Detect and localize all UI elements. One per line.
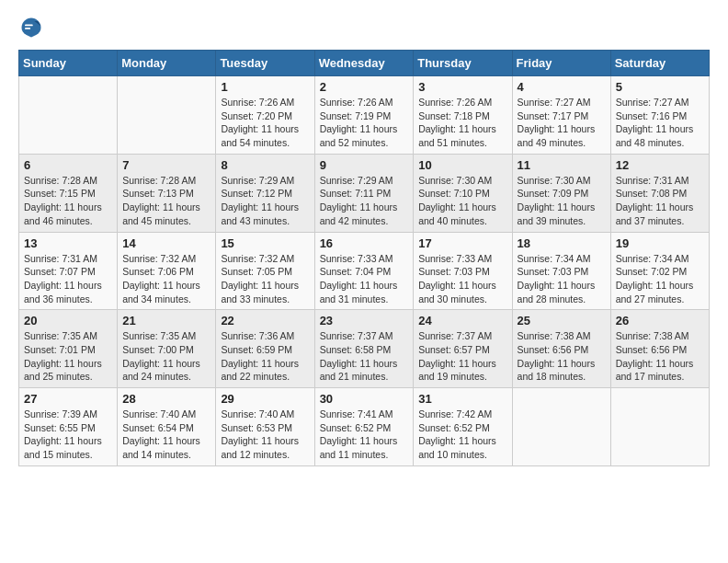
day-info: Sunrise: 7:42 AM Sunset: 6:52 PM Dayligh… — [418, 408, 506, 462]
calendar-cell: 11Sunrise: 7:30 AM Sunset: 7:09 PM Dayli… — [512, 154, 610, 232]
day-info: Sunrise: 7:31 AM Sunset: 7:07 PM Dayligh… — [24, 252, 112, 306]
day-info: Sunrise: 7:27 AM Sunset: 7:16 PM Dayligh… — [616, 96, 704, 150]
day-info: Sunrise: 7:28 AM Sunset: 7:15 PM Dayligh… — [24, 174, 112, 228]
calendar-cell: 29Sunrise: 7:40 AM Sunset: 6:53 PM Dayli… — [216, 388, 314, 466]
day-number: 10 — [418, 158, 506, 172]
calendar-cell: 9Sunrise: 7:29 AM Sunset: 7:11 PM Daylig… — [314, 154, 414, 232]
day-info: Sunrise: 7:35 AM Sunset: 7:00 PM Dayligh… — [122, 329, 210, 384]
day-number: 17 — [418, 236, 506, 250]
day-info: Sunrise: 7:38 AM Sunset: 6:56 PM Dayligh… — [616, 329, 704, 384]
calendar-header-row: SundayMondayTuesdayWednesdayThursdayFrid… — [19, 51, 710, 76]
day-number: 13 — [24, 236, 112, 250]
calendar-cell: 16Sunrise: 7:33 AM Sunset: 7:04 PM Dayli… — [314, 232, 414, 310]
day-number: 26 — [616, 314, 704, 327]
day-number: 28 — [122, 392, 210, 406]
calendar-cell: 30Sunrise: 7:41 AM Sunset: 6:52 PM Dayli… — [314, 388, 414, 466]
day-number: 19 — [616, 236, 704, 250]
calendar-cell — [118, 76, 216, 155]
day-number: 27 — [24, 392, 112, 406]
day-number: 11 — [518, 158, 606, 172]
day-info: Sunrise: 7:31 AM Sunset: 7:08 PM Dayligh… — [616, 174, 704, 228]
day-number: 3 — [418, 80, 506, 94]
day-info: Sunrise: 7:28 AM Sunset: 7:13 PM Dayligh… — [122, 174, 210, 228]
day-number: 31 — [418, 392, 506, 406]
calendar-week-5: 27Sunrise: 7:39 AM Sunset: 6:55 PM Dayli… — [19, 388, 710, 466]
logo-icon — [18, 15, 44, 40]
day-number: 12 — [616, 158, 704, 172]
day-info: Sunrise: 7:26 AM Sunset: 7:18 PM Dayligh… — [418, 96, 506, 150]
day-number: 22 — [221, 314, 309, 327]
day-number: 6 — [24, 158, 112, 172]
day-info: Sunrise: 7:26 AM Sunset: 7:19 PM Dayligh… — [320, 96, 409, 150]
calendar-cell: 14Sunrise: 7:32 AM Sunset: 7:06 PM Dayli… — [118, 232, 216, 310]
day-info: Sunrise: 7:40 AM Sunset: 6:54 PM Dayligh… — [122, 408, 210, 462]
day-info: Sunrise: 7:29 AM Sunset: 7:12 PM Dayligh… — [221, 174, 309, 228]
day-number: 7 — [122, 158, 210, 172]
day-info: Sunrise: 7:37 AM Sunset: 6:58 PM Dayligh… — [320, 329, 409, 384]
day-number: 20 — [24, 314, 112, 327]
calendar: SundayMondayTuesdayWednesdayThursdayFrid… — [18, 50, 710, 466]
calendar-cell: 13Sunrise: 7:31 AM Sunset: 7:07 PM Dayli… — [19, 232, 118, 310]
calendar-cell — [610, 388, 709, 466]
day-info: Sunrise: 7:35 AM Sunset: 7:01 PM Dayligh… — [24, 329, 112, 384]
calendar-cell: 6Sunrise: 7:28 AM Sunset: 7:15 PM Daylig… — [19, 154, 118, 232]
day-number: 21 — [122, 314, 210, 327]
day-number: 1 — [221, 80, 309, 94]
calendar-cell: 12Sunrise: 7:31 AM Sunset: 7:08 PM Dayli… — [610, 154, 709, 232]
calendar-cell: 8Sunrise: 7:29 AM Sunset: 7:12 PM Daylig… — [216, 154, 314, 232]
day-info: Sunrise: 7:34 AM Sunset: 7:02 PM Dayligh… — [616, 252, 704, 306]
calendar-cell: 1Sunrise: 7:26 AM Sunset: 7:20 PM Daylig… — [216, 76, 314, 155]
day-info: Sunrise: 7:33 AM Sunset: 7:03 PM Dayligh… — [418, 252, 506, 306]
day-number: 4 — [518, 80, 606, 94]
calendar-header-tuesday: Tuesday — [216, 51, 314, 76]
calendar-cell: 28Sunrise: 7:40 AM Sunset: 6:54 PM Dayli… — [118, 388, 216, 466]
day-info: Sunrise: 7:33 AM Sunset: 7:04 PM Dayligh… — [320, 252, 409, 306]
day-number: 14 — [122, 236, 210, 250]
page: SundayMondayTuesdayWednesdayThursdayFrid… — [0, 0, 728, 481]
calendar-cell — [19, 76, 118, 155]
calendar-header-saturday: Saturday — [610, 51, 709, 76]
calendar-cell: 10Sunrise: 7:30 AM Sunset: 7:10 PM Dayli… — [414, 154, 512, 232]
svg-rect-0 — [25, 25, 33, 27]
day-number: 18 — [518, 236, 606, 250]
day-info: Sunrise: 7:34 AM Sunset: 7:03 PM Dayligh… — [518, 252, 606, 306]
day-info: Sunrise: 7:26 AM Sunset: 7:20 PM Dayligh… — [221, 96, 309, 150]
day-number: 16 — [320, 236, 409, 250]
day-info: Sunrise: 7:29 AM Sunset: 7:11 PM Dayligh… — [320, 174, 409, 228]
calendar-week-3: 13Sunrise: 7:31 AM Sunset: 7:07 PM Dayli… — [19, 232, 710, 310]
calendar-week-2: 6Sunrise: 7:28 AM Sunset: 7:15 PM Daylig… — [19, 154, 710, 232]
calendar-header-wednesday: Wednesday — [314, 51, 414, 76]
day-number: 23 — [320, 314, 409, 327]
day-number: 29 — [221, 392, 309, 406]
calendar-header-sunday: Sunday — [19, 51, 118, 76]
day-info: Sunrise: 7:36 AM Sunset: 6:59 PM Dayligh… — [221, 329, 309, 384]
calendar-cell: 18Sunrise: 7:34 AM Sunset: 7:03 PM Dayli… — [512, 232, 610, 310]
calendar-cell: 19Sunrise: 7:34 AM Sunset: 7:02 PM Dayli… — [610, 232, 709, 310]
day-info: Sunrise: 7:41 AM Sunset: 6:52 PM Dayligh… — [320, 408, 409, 462]
calendar-cell: 25Sunrise: 7:38 AM Sunset: 6:56 PM Dayli… — [512, 310, 610, 388]
calendar-header-monday: Monday — [118, 51, 216, 76]
day-info: Sunrise: 7:38 AM Sunset: 6:56 PM Dayligh… — [518, 329, 606, 384]
calendar-header-friday: Friday — [512, 51, 610, 76]
day-info: Sunrise: 7:27 AM Sunset: 7:17 PM Dayligh… — [518, 96, 606, 150]
calendar-cell: 22Sunrise: 7:36 AM Sunset: 6:59 PM Dayli… — [216, 310, 314, 388]
day-info: Sunrise: 7:32 AM Sunset: 7:06 PM Dayligh… — [122, 252, 210, 306]
day-number: 2 — [320, 80, 409, 94]
calendar-header-thursday: Thursday — [414, 51, 512, 76]
calendar-cell: 5Sunrise: 7:27 AM Sunset: 7:16 PM Daylig… — [610, 76, 709, 155]
day-info: Sunrise: 7:39 AM Sunset: 6:55 PM Dayligh… — [24, 408, 112, 462]
day-info: Sunrise: 7:40 AM Sunset: 6:53 PM Dayligh… — [221, 408, 309, 462]
day-number: 30 — [320, 392, 409, 406]
svg-rect-1 — [25, 28, 30, 29]
day-info: Sunrise: 7:32 AM Sunset: 7:05 PM Dayligh… — [221, 252, 309, 306]
calendar-cell — [512, 388, 610, 466]
calendar-cell: 24Sunrise: 7:37 AM Sunset: 6:57 PM Dayli… — [414, 310, 512, 388]
day-info: Sunrise: 7:37 AM Sunset: 6:57 PM Dayligh… — [418, 329, 506, 384]
calendar-cell: 7Sunrise: 7:28 AM Sunset: 7:13 PM Daylig… — [118, 154, 216, 232]
calendar-cell: 15Sunrise: 7:32 AM Sunset: 7:05 PM Dayli… — [216, 232, 314, 310]
calendar-week-1: 1Sunrise: 7:26 AM Sunset: 7:20 PM Daylig… — [19, 76, 710, 155]
day-number: 8 — [221, 158, 309, 172]
calendar-cell: 4Sunrise: 7:27 AM Sunset: 7:17 PM Daylig… — [512, 76, 610, 155]
day-number: 24 — [418, 314, 506, 327]
calendar-cell: 20Sunrise: 7:35 AM Sunset: 7:01 PM Dayli… — [19, 310, 118, 388]
